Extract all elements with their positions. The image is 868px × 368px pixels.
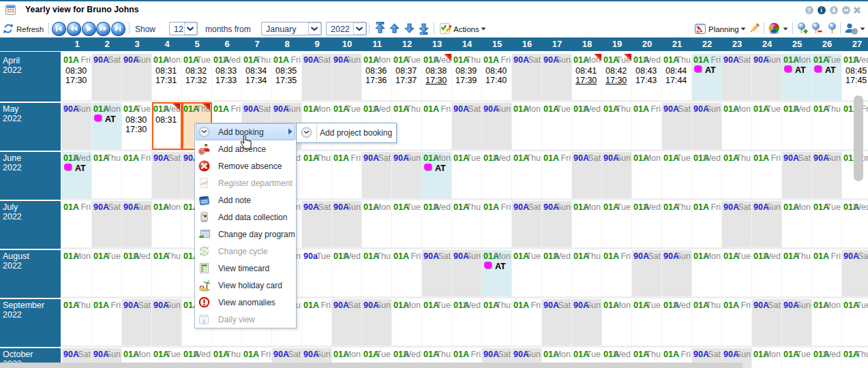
svg-text:1: 1: [203, 318, 206, 324]
